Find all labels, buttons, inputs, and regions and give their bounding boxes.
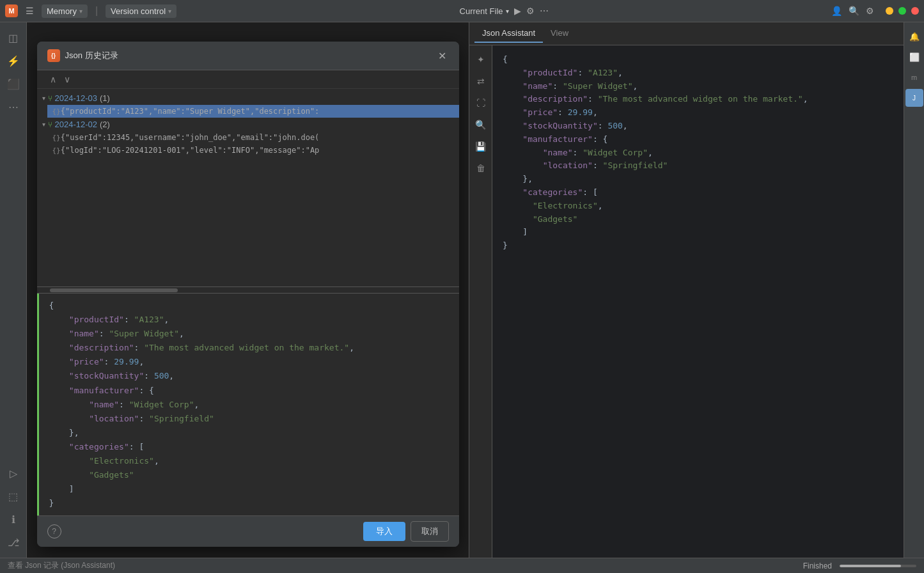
right-panel-tabs: Json Assistant View <box>469 22 904 45</box>
current-file-button[interactable]: Current File ▾ <box>460 6 509 16</box>
tab-view[interactable]: View <box>543 24 576 43</box>
title-bar-right: 👤 🔍 ⚙ <box>831 6 919 16</box>
dialog-area: {} Json 历史记录 ✕ ∧ ∨ ▾ ⑂ 2024-12-03 <box>27 22 469 558</box>
right-panel-toolbar: ✦ ⇄ ⛶ 🔍 💾 🗑 <box>469 45 492 558</box>
minimize-button[interactable] <box>886 7 893 15</box>
dialog-app-icon: {} <box>47 49 60 62</box>
tree-item-text-3: {"logId":"LOG-20241201-001","level":"INF… <box>61 146 320 155</box>
toolbar-expand-icon[interactable]: ⛶ <box>472 94 490 112</box>
sidebar-play-icon[interactable]: ▷ <box>3 463 24 483</box>
tree-date-2: 2024-12-02 <box>55 120 98 129</box>
memory-tab[interactable]: Memory ▾ <box>42 4 88 18</box>
tree-arrow-1: ▾ <box>42 95 45 102</box>
sidebar-folder-icon[interactable]: ◫ <box>3 27 24 48</box>
code-line-manufacturer-close: }, <box>49 426 449 440</box>
right-code-view: { "productId": "A123", "name": "Super Wi… <box>492 45 904 558</box>
tree-item-1[interactable]: {} {"productId":"A123","name":"Super Wid… <box>47 105 459 118</box>
right-code-stockquantity: "stockQuantity": 500, <box>503 120 893 133</box>
expand-all-button[interactable]: ∧ <box>47 73 59 86</box>
collapse-all-button[interactable]: ∨ <box>61 73 73 86</box>
sidebar-git-icon[interactable]: ⎇ <box>3 532 24 553</box>
user-icon[interactable]: 👤 <box>831 6 842 16</box>
current-file-label: Current File <box>460 6 503 16</box>
dialog-title: Json 历史记录 <box>65 50 436 61</box>
sidebar-info-icon[interactable]: ℹ <box>3 509 24 530</box>
cancel-button[interactable]: 取消 <box>411 521 449 542</box>
tree-branch-icon-2: ⑂ <box>48 120 52 129</box>
code-line-categories-close: ] <box>49 482 449 496</box>
toolbar-compare-icon[interactable]: ⇄ <box>472 72 490 90</box>
toolbar-delete-icon[interactable]: 🗑 <box>472 159 490 177</box>
right-code-manufacturer-close: }, <box>503 173 893 186</box>
tree-group-20241202[interactable]: ▾ ⑂ 2024-12-02 (2) <box>37 118 459 131</box>
dialog-header: {} Json 历史记录 ✕ <box>37 42 459 70</box>
more-icon[interactable]: ⋯ <box>540 6 549 16</box>
memory-label: Memory <box>47 6 77 16</box>
right-code-mfr-name: "name": "Widget Corp", <box>503 146 893 160</box>
right-code-categories-close: ] <box>503 226 893 239</box>
right-code-mfr-location: "location": "Springfield" <box>503 159 893 173</box>
right-code-price: "price": 29.99, <box>503 106 893 120</box>
settings-gear-icon[interactable]: ⚙ <box>526 6 535 16</box>
layout-icon[interactable]: ⬜ <box>905 48 923 66</box>
memory-chevron: ▾ <box>79 8 82 15</box>
toolbar-search-icon[interactable]: 🔍 <box>472 116 490 134</box>
tree-group-20241203[interactable]: ▾ ⑂ 2024-12-03 (1) <box>37 91 459 105</box>
code-line-close-brace: } <box>49 496 449 510</box>
play-icon[interactable]: ▶ <box>514 6 521 16</box>
search-icon[interactable]: 🔍 <box>849 6 859 16</box>
code-line-productid: "productId": "A123", <box>49 313 449 327</box>
close-button[interactable] <box>911 7 919 15</box>
code-line-stockquantity: "stockQuantity": 500, <box>49 369 449 383</box>
right-code-name: "name": "Super Widget", <box>503 80 893 93</box>
tree-item-code-1: {} <box>52 107 61 116</box>
preferences-icon[interactable]: ⚙ <box>866 6 874 16</box>
help-button[interactable]: ? <box>47 524 61 538</box>
right-code-gadgets: "Gadgets" <box>503 213 893 226</box>
sidebar-lightning-icon[interactable]: ⚡ <box>3 51 24 71</box>
tree-count-2: (2) <box>100 120 110 129</box>
code-line-mfr-name: "name": "Widget Corp", <box>49 398 449 412</box>
maximize-button[interactable] <box>898 7 906 15</box>
tab-json-assistant[interactable]: Json Assistant <box>474 24 543 43</box>
history-tree[interactable]: ▾ ⑂ 2024-12-03 (1) {} {"productId":"A123… <box>37 89 459 287</box>
status-progress-bar <box>840 565 916 567</box>
h-scroll-thumb[interactable] <box>50 288 178 292</box>
tree-branch-icon-1: ⑂ <box>48 94 52 103</box>
tree-item-3[interactable]: {} {"logId":"LOG-20241201-001","level":"… <box>47 144 459 157</box>
code-line-price: "price": 29.99, <box>49 355 449 369</box>
right-code-description: "description": "The most advanced widget… <box>503 93 893 106</box>
horizontal-scrollbar[interactable] <box>37 287 459 294</box>
toolbar-wand-icon[interactable]: ✦ <box>472 51 490 68</box>
right-code-categories-open: "categories": [ <box>503 186 893 200</box>
dialog-close-icon[interactable]: ✕ <box>436 49 449 62</box>
hamburger-icon[interactable]: ☰ <box>23 4 36 17</box>
right-panel: Json Assistant View ✦ ⇄ ⛶ 🔍 💾 🗑 { "produ… <box>469 22 904 558</box>
import-button[interactable]: 导入 <box>363 522 405 541</box>
right-code-close-brace: } <box>503 239 893 253</box>
tree-count-1: (1) <box>100 93 110 103</box>
vc-chevron: ▾ <box>168 8 171 15</box>
code-line-mfr-location: "location": "Springfield" <box>49 412 449 426</box>
code-line-gadgets: "Gadgets" <box>49 468 449 482</box>
dialog-icon-text: {} <box>51 52 56 59</box>
right-code-electronics: "Electronics", <box>503 200 893 213</box>
json-code-panel: { "productId": "A123", "name": "Super Wi… <box>37 294 459 515</box>
notification-icon[interactable]: 🔔 <box>905 27 923 45</box>
memory-sidebar-icon[interactable]: m <box>905 68 923 86</box>
status-progress-fill <box>840 565 901 567</box>
tree-toolbar: ∧ ∨ <box>37 70 459 89</box>
window-controls <box>886 7 919 15</box>
version-control-label: Version control <box>111 6 166 16</box>
toolbar-save-icon[interactable]: 💾 <box>472 137 490 155</box>
sidebar-more-icon[interactable]: ⋯ <box>3 97 24 117</box>
version-control-tab[interactable]: Version control ▾ <box>106 4 176 18</box>
dialog-footer: ? 导入 取消 <box>37 515 459 547</box>
sidebar-cloud-icon[interactable]: ⬛ <box>3 74 24 94</box>
right-code-open-brace: { <box>503 53 893 67</box>
json-assistant-sidebar-icon[interactable]: J <box>905 89 923 107</box>
code-line-name: "name": "Super Widget", <box>49 327 449 341</box>
code-line-open-brace: { <box>49 299 449 313</box>
tree-item-2[interactable]: {} {"userId":12345,"username":"john_doe"… <box>47 131 459 144</box>
sidebar-terminal-icon[interactable]: ⬚ <box>3 486 24 506</box>
